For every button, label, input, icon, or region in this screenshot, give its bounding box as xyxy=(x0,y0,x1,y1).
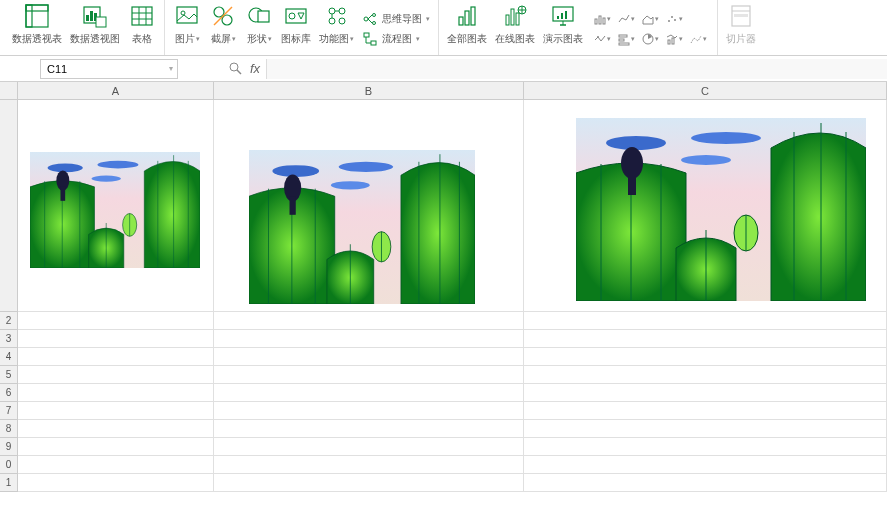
fx-label[interactable]: fx xyxy=(250,61,260,76)
svg-rect-7 xyxy=(96,17,106,27)
column-headers: A B C xyxy=(18,82,887,100)
row-header-4[interactable]: 4 xyxy=(0,348,18,366)
cell-a8[interactable] xyxy=(18,420,214,438)
cell-b10[interactable] xyxy=(214,456,524,474)
row-4 xyxy=(18,348,887,366)
formula-input[interactable] xyxy=(266,59,887,79)
cell-a5[interactable] xyxy=(18,366,214,384)
table-button[interactable]: 表格 xyxy=(124,2,160,55)
slicer-button[interactable]: 切片器 xyxy=(722,2,760,55)
icon-lib-button[interactable]: 图标库 xyxy=(277,2,315,55)
flowchart-button[interactable]: 流程图▾ xyxy=(362,31,430,47)
svg-point-68 xyxy=(230,63,238,71)
image-a1[interactable] xyxy=(30,152,200,268)
svg-point-14 xyxy=(181,11,185,15)
row-header-3[interactable]: 3 xyxy=(0,330,18,348)
cell-a6[interactable] xyxy=(18,384,214,402)
row-header-10[interactable]: 0 xyxy=(0,456,18,474)
cell-c7[interactable] xyxy=(524,402,887,420)
mini-chart-area-button[interactable]: ▾ xyxy=(639,11,661,27)
cell-b7[interactable] xyxy=(214,402,524,420)
feature-chart-button[interactable]: 功能图▾ xyxy=(315,2,358,55)
cell-b1[interactable] xyxy=(214,100,524,312)
cell-b11[interactable] xyxy=(214,474,524,492)
svg-point-94 xyxy=(681,155,731,165)
svg-point-91 xyxy=(606,136,666,150)
mini-chart-column-button[interactable]: ▾ xyxy=(591,11,613,27)
cell-a2[interactable] xyxy=(18,312,214,330)
picture-button[interactable]: 图片▾ xyxy=(169,2,205,55)
col-header-b[interactable]: B xyxy=(214,82,524,100)
cell-a11[interactable] xyxy=(18,474,214,492)
row-header-1[interactable] xyxy=(0,100,18,312)
mini-chart-scatter-button[interactable]: ▾ xyxy=(663,11,685,27)
cell-b2[interactable] xyxy=(214,312,524,330)
cell-b6[interactable] xyxy=(214,384,524,402)
cell-a9[interactable] xyxy=(18,438,214,456)
row-3 xyxy=(18,330,887,348)
cell-a1[interactable] xyxy=(18,100,214,312)
cell-c3[interactable] xyxy=(524,330,887,348)
svg-rect-19 xyxy=(258,11,269,22)
demo-chart-button[interactable]: 演示图表 xyxy=(539,2,587,55)
cell-b3[interactable] xyxy=(214,330,524,348)
row-header-9[interactable]: 9 xyxy=(0,438,18,456)
cell-c8[interactable] xyxy=(524,420,887,438)
pivot-table-button[interactable]: 数据透视表 xyxy=(8,2,66,55)
select-all-corner[interactable] xyxy=(0,82,18,100)
svg-point-30 xyxy=(373,13,376,16)
chevron-down-icon: ▾ xyxy=(426,15,430,23)
cell-a4[interactable] xyxy=(18,348,214,366)
mini-chart-combo-button[interactable]: ▾ xyxy=(663,31,685,47)
name-box[interactable]: C11 ▾ xyxy=(40,59,178,79)
fx-area: fx xyxy=(228,59,887,79)
mini-chart-bar-button[interactable]: ▾ xyxy=(615,31,637,47)
mini-chart-pie-button[interactable]: ▾ xyxy=(639,31,661,47)
svg-rect-67 xyxy=(734,14,748,17)
cell-c9[interactable] xyxy=(524,438,887,456)
cell-c11[interactable] xyxy=(524,474,887,492)
online-chart-button[interactable]: 在线图表 xyxy=(491,2,539,55)
image-b1[interactable] xyxy=(249,150,475,304)
cell-c10[interactable] xyxy=(524,456,887,474)
svg-rect-5 xyxy=(90,11,93,21)
cell-c2[interactable] xyxy=(524,312,887,330)
image-c1[interactable] xyxy=(576,118,866,301)
row-header-7[interactable]: 7 xyxy=(0,402,18,420)
cell-a7[interactable] xyxy=(18,402,214,420)
icon-lib-label: 图标库 xyxy=(281,32,311,46)
all-charts-button[interactable]: 全部图表 xyxy=(443,2,491,55)
cell-c6[interactable] xyxy=(524,384,887,402)
cell-c4[interactable] xyxy=(524,348,887,366)
online-chart-label: 在线图表 xyxy=(495,32,535,46)
svg-rect-34 xyxy=(364,33,369,37)
row-header-2[interactable]: 2 xyxy=(0,312,18,330)
cell-a3[interactable] xyxy=(18,330,214,348)
table-icon xyxy=(128,2,156,30)
mini-chart-more-button[interactable]: ▾ xyxy=(687,31,709,47)
pivot-chart-button[interactable]: 数据透视图 xyxy=(66,2,124,55)
icon-lib-icon xyxy=(282,2,310,30)
col-header-a[interactable]: A xyxy=(18,82,214,100)
cell-c1[interactable] xyxy=(524,100,887,312)
row-header-5[interactable]: 5 xyxy=(0,366,18,384)
cell-b4[interactable] xyxy=(214,348,524,366)
pivot-chart-icon xyxy=(81,2,109,30)
cell-a10[interactable] xyxy=(18,456,214,474)
row-header-6[interactable]: 6 xyxy=(0,384,18,402)
screenshot-button[interactable]: 截屏▾ xyxy=(205,2,241,55)
mindmap-button[interactable]: 思维导图▾ xyxy=(362,11,430,27)
cell-b8[interactable] xyxy=(214,420,524,438)
shape-button[interactable]: 形状▾ xyxy=(241,2,277,55)
col-header-c[interactable]: C xyxy=(524,82,887,100)
svg-rect-0 xyxy=(26,5,48,27)
cell-b5[interactable] xyxy=(214,366,524,384)
cell-c5[interactable] xyxy=(524,366,887,384)
row-header-8[interactable]: 8 xyxy=(0,420,18,438)
svg-rect-41 xyxy=(516,13,519,25)
mini-chart-stock-button[interactable]: ▾ xyxy=(591,31,613,47)
mini-chart-line-button[interactable]: ▾ xyxy=(615,11,637,27)
row-header-11[interactable]: 1 xyxy=(0,474,18,492)
cell-b9[interactable] xyxy=(214,438,524,456)
lookup-icon[interactable] xyxy=(228,61,244,77)
